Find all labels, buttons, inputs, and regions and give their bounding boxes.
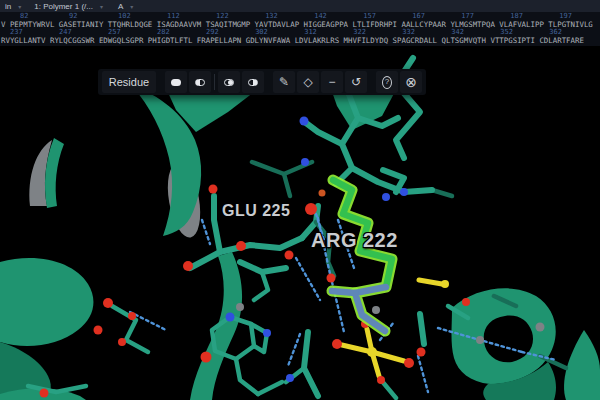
sequence-text[interactable]: RVYGLLANTV RYLQCGGSWR EDWGQLSGPR PHIGDTL… xyxy=(1,36,584,45)
residue-label-glu225: GLU 225 xyxy=(222,202,290,220)
sequence-tick: 362 xyxy=(549,29,562,36)
sequence-tick: 332 xyxy=(402,29,415,36)
molstar-app: GLU 225 ARG 222 in ▾ 1: Polymer 1 (/... … xyxy=(0,0,600,400)
granularity-dropdown[interactable]: Residue xyxy=(102,71,156,93)
sequence-ticks: 237247257282292302312322332342352362 xyxy=(0,29,600,36)
chevron-down-icon: ▾ xyxy=(100,3,103,10)
pill-left-icon xyxy=(195,79,205,86)
sequence-panel: 8292102112122132142157167177187197 V PEP… xyxy=(0,12,600,46)
selection-set-button[interactable] xyxy=(242,71,264,93)
apply-theme-button[interactable]: ✎ xyxy=(273,71,295,93)
sequence-tick: 197 xyxy=(559,13,572,20)
sequence-tick: 92 xyxy=(69,13,77,20)
main-sticks xyxy=(28,58,468,398)
undo-clock-icon: ↺ xyxy=(351,76,361,88)
selection-toolbar: Residue ✎ ◇ − ↺ ? ⊗ xyxy=(98,69,426,95)
sequence-tick: 342 xyxy=(451,29,464,36)
sequence-tick: 122 xyxy=(216,13,229,20)
chevron-down-icon: ▾ xyxy=(18,3,21,10)
viewport-3d-canvas[interactable]: GLU 225 ARG 222 xyxy=(0,0,600,400)
sequence-tick: 82 xyxy=(20,13,28,20)
pill-full-icon xyxy=(171,79,181,86)
sequence-tick: 102 xyxy=(118,13,131,20)
chain-select[interactable]: A xyxy=(115,1,126,11)
selected-residue-arg222[interactable] xyxy=(332,180,392,331)
selection-remove-button[interactable] xyxy=(189,71,211,93)
pill-right-icon xyxy=(248,79,258,86)
toolbar-divider xyxy=(214,74,215,90)
sequence-row: 237247257282292302312322332342352362 RVY… xyxy=(0,29,600,46)
sequence-tick: 187 xyxy=(510,13,523,20)
close-toolbar-button[interactable]: ⊗ xyxy=(400,71,422,93)
subtract-button[interactable]: − xyxy=(321,71,343,93)
molecule-scene xyxy=(0,0,600,400)
sequence-tick: 142 xyxy=(314,13,327,20)
undo-history-button[interactable]: ↺ xyxy=(345,71,367,93)
sequence-tick: 282 xyxy=(157,29,170,36)
pill-dot-icon xyxy=(224,79,234,86)
close-icon: ⊗ xyxy=(405,76,417,88)
cartoon-ribbons xyxy=(0,86,600,400)
sequence-tick: 247 xyxy=(59,29,72,36)
sequence-tick: 322 xyxy=(353,29,366,36)
sequence-tick: 237 xyxy=(10,29,23,36)
sequence-tick: 257 xyxy=(108,29,121,36)
pencil-icon: ✎ xyxy=(279,76,289,88)
sequence-tick: 132 xyxy=(265,13,278,20)
sequence-tick: 312 xyxy=(304,29,317,36)
sequence-ticks: 8292102112122132142157167177187197 xyxy=(0,13,600,20)
residue-label-arg222: ARG 222 xyxy=(311,229,398,252)
chain-mode-select[interactable]: in xyxy=(2,1,14,11)
sequence-tick: 352 xyxy=(500,29,513,36)
sequence-tick: 302 xyxy=(255,29,268,36)
sequence-tick: 177 xyxy=(461,13,474,20)
selection-add-button[interactable] xyxy=(165,71,187,93)
polymer-select[interactable]: 1: Polymer 1 (/... xyxy=(31,1,96,11)
sequence-tick: 112 xyxy=(167,13,180,20)
help-button[interactable]: ? xyxy=(376,71,398,93)
create-component-button[interactable]: ◇ xyxy=(297,71,319,93)
chevron-down-icon: ▾ xyxy=(130,3,133,10)
sequence-tick: 167 xyxy=(412,13,425,20)
sequence-tick: 157 xyxy=(363,13,376,20)
sequence-header-bar: in ▾ 1: Polymer 1 (/... ▾ A ▾ xyxy=(0,0,600,12)
polyhedron-icon: ◇ xyxy=(303,76,312,88)
sequence-tick: 292 xyxy=(206,29,219,36)
help-icon: ? xyxy=(382,76,392,89)
selection-intersect-button[interactable] xyxy=(218,71,240,93)
minus-icon: − xyxy=(328,76,335,88)
